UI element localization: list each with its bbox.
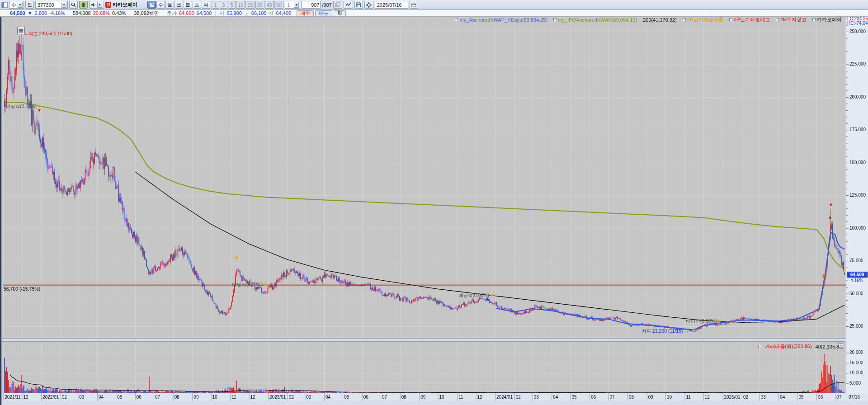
legend-item[interactable]: 200(41,170.32) xyxy=(643,17,677,23)
hts-chart-window: 주 ▼ 전 377300 ▼ 통 ▼ 경 카카오페이 일주월년분초틱 13510… xyxy=(0,0,868,405)
legend-label: #R투자경고 xyxy=(780,16,807,23)
chart-tool-icon[interactable]: ▦ xyxy=(17,27,25,34)
bar-count-value: 907 xyxy=(311,2,319,8)
asset-type-value: 주 xyxy=(11,1,16,8)
search-button[interactable] xyxy=(69,1,78,9)
main-toolbar: 주 ▼ 전 377300 ▼ 통 ▼ 경 카카오페이 일주월년분초틱 13510… xyxy=(0,0,868,10)
period-button-월[interactable]: 월 xyxy=(165,1,174,9)
layers-icon xyxy=(335,2,340,7)
legend-item[interactable]: #R투자경고 xyxy=(776,16,807,23)
all-market-button[interactable]: 전 xyxy=(25,1,34,9)
minute-button-1[interactable]: 1 xyxy=(212,1,219,9)
legend-label: my_IPOAnchoredVWAP(69,064.13) xyxy=(558,17,637,23)
legend-item[interactable]: 카카오페이 xyxy=(812,16,842,23)
stock-code-value: 377300 xyxy=(38,2,54,8)
quote-bar: 64,500 ▼ 2,800 -4.16% 584,088 20.68% 0.4… xyxy=(0,10,868,17)
price-volume-chart[interactable] xyxy=(0,17,868,405)
current-price: 64,500 xyxy=(10,10,25,16)
asset-type-select[interactable]: 주 ▼ xyxy=(9,1,24,9)
hoga-label: 호가 xyxy=(167,10,177,17)
bar-total-label: /907 xyxy=(322,2,331,8)
save-icon xyxy=(356,2,361,7)
flat-button[interactable]: 평 xyxy=(334,10,346,16)
volume-legend-title: 거래대금(억)(380.86) xyxy=(765,343,811,350)
period-button-초[interactable]: 초 xyxy=(193,1,201,9)
volume-legend: 거래대금(억)(380.86) 40(2,105.80) xyxy=(758,343,844,350)
open-price: 65,900 xyxy=(226,10,242,16)
legend-label: #R단기과열적출 xyxy=(687,16,723,23)
period-button-일[interactable]: 일 xyxy=(147,1,156,9)
line-tool-button[interactable] xyxy=(344,1,353,9)
calendar-button[interactable] xyxy=(410,1,418,9)
minute-button-45[interactable]: 45 xyxy=(265,1,274,9)
bid-price: 64,500 xyxy=(197,10,212,16)
minute-button-group: 1351015304560 xyxy=(212,1,283,9)
chevron-down-icon[interactable]: ▼ xyxy=(97,2,102,8)
high-price: 66,100 xyxy=(251,10,267,16)
speaker-icon xyxy=(91,2,96,7)
integrated-chart-button[interactable]: 통 xyxy=(79,1,88,9)
legend-checkbox[interactable] xyxy=(812,18,816,21)
legend-checkbox[interactable] xyxy=(758,345,761,348)
ask-price: 64,600 xyxy=(179,10,194,16)
low-label: 저 xyxy=(269,10,274,17)
period-button-주[interactable]: 주 xyxy=(156,1,165,9)
legend-checkbox[interactable] xyxy=(455,18,458,21)
price-change-pct: -4.16% xyxy=(49,10,65,16)
compare-layers-button[interactable] xyxy=(333,1,342,9)
legend-checkbox[interactable] xyxy=(683,18,686,21)
minute-button-5[interactable]: 5 xyxy=(228,1,236,9)
legend-item[interactable]: #R단기과열예고 xyxy=(729,16,770,23)
legend-label: my_AnchoredVWAP_XDays(83,884.25) xyxy=(459,17,547,23)
price-change: 2,800 xyxy=(35,10,47,16)
legend-checkbox[interactable] xyxy=(553,18,557,21)
legend-item[interactable]: my_AnchoredVWAP_XDays(83,884.25) xyxy=(455,17,547,23)
chart-legend: my_AnchoredVWAP_XDays(83,884.25)my_IPOAn… xyxy=(3,17,844,23)
period-button-년[interactable]: 년 xyxy=(175,1,183,9)
minute-button-30[interactable]: 30 xyxy=(255,1,264,9)
chevron-down-icon[interactable]: ▼ xyxy=(18,2,23,8)
period-button-틱[interactable]: 틱 xyxy=(202,1,210,9)
period-button-group: 일주월년분초틱 xyxy=(147,1,210,9)
interval-select[interactable]: 1 ▼ xyxy=(285,1,300,9)
period-button-분[interactable]: 분 xyxy=(184,1,192,9)
sound-alert-button[interactable]: ▼ xyxy=(89,1,104,9)
legend-label: 카카오페이 xyxy=(817,16,842,23)
chevron-down-icon[interactable]: ▼ xyxy=(294,2,299,8)
pane-collapse-icon[interactable]: ▪ xyxy=(839,343,843,347)
down-arrow-icon: ▼ xyxy=(28,10,33,16)
stock-code-input[interactable]: 377300 ▼ xyxy=(35,1,68,9)
date-input[interactable]: 2025/07/16 xyxy=(375,1,408,9)
turnover-pct: 0.43% xyxy=(112,10,126,16)
minute-button-15[interactable]: 15 xyxy=(245,1,255,9)
save-button[interactable] xyxy=(354,1,363,9)
legend-checkbox[interactable] xyxy=(776,18,779,21)
calendar-icon xyxy=(411,2,416,7)
legend-item[interactable]: #R단기과열적출 xyxy=(683,16,723,23)
strength-pct: 20.68% xyxy=(93,10,110,16)
minute-button-3[interactable]: 3 xyxy=(220,1,227,9)
minute-button-10[interactable]: 10 xyxy=(236,1,245,9)
open-label: 시 xyxy=(219,10,224,17)
divider xyxy=(145,1,145,9)
stock-name-label: 카카오페이 xyxy=(113,1,142,8)
legend-label: 200(41,170.32) xyxy=(643,17,677,23)
interval-value: 1 xyxy=(287,2,290,8)
chevron-down-icon[interactable]: ▼ xyxy=(61,2,66,8)
window-icon[interactable] xyxy=(1,2,8,8)
gear-icon xyxy=(366,2,372,8)
legend-checkbox[interactable] xyxy=(729,18,732,21)
buy-button[interactable]: 매수 xyxy=(297,10,314,16)
date-value: 2025/07/16 xyxy=(377,2,402,8)
search-icon xyxy=(71,2,76,7)
minute-button-60[interactable]: 60 xyxy=(274,1,283,9)
warning-badge: 경 xyxy=(105,2,111,8)
legend-label: #R단기과열예고 xyxy=(734,16,770,23)
settings-button[interactable] xyxy=(364,1,373,9)
legend-item[interactable]: my_IPOAnchoredVWAP(69,064.13) xyxy=(553,17,637,23)
zigzag-icon xyxy=(345,2,351,7)
volume-value: 584,088 xyxy=(73,10,91,16)
bar-count-input[interactable]: 907 xyxy=(302,1,321,9)
sell-button[interactable]: 매도 xyxy=(315,10,332,16)
low-price: 64,400 xyxy=(276,10,292,16)
